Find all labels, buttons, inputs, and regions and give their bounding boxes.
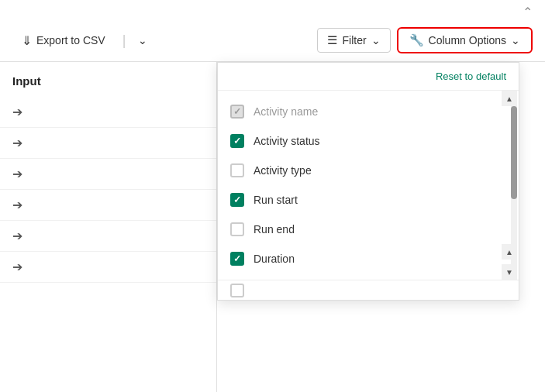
chevron-down-icon: ⌄ — [138, 34, 147, 46]
run-start-label: Run start — [254, 194, 298, 206]
activity-type-label: Activity type — [254, 164, 312, 177]
filter-chevron-icon: ⌄ — [371, 34, 381, 46]
column-options-chevron-icon: ⌄ — [511, 34, 520, 46]
list-item[interactable]: ➔ — [0, 190, 216, 221]
arrow-right-icon: ➔ — [12, 105, 22, 119]
export-label: Export to CSV — [36, 34, 105, 46]
column-options-label: Column Options — [429, 34, 506, 46]
dropdown-header: Reset to default — [218, 63, 519, 91]
column-options-icon: 🔧 — [409, 33, 424, 47]
list-item[interactable]: ➔ — [0, 128, 216, 159]
checkbox-run-start[interactable] — [230, 193, 244, 207]
list-item[interactable]: ➔ — [0, 159, 216, 190]
export-divider: | — [121, 33, 128, 49]
arrow-right-icon: ➔ — [12, 198, 22, 212]
list-item[interactable]: ➔ — [0, 97, 216, 128]
export-icon: ⇓ — [22, 33, 32, 48]
toolbar-right: ☰ Filter ⌄ 🔧 Column Options ⌄ — [317, 27, 533, 53]
checkbox-run-end[interactable] — [230, 222, 244, 236]
list-item[interactable]: ➔ — [0, 221, 216, 252]
checkbox-partial[interactable] — [230, 284, 244, 297]
filter-button[interactable]: ☰ Filter ⌄ — [317, 28, 390, 53]
left-panel: Input ➔ ➔ ➔ ➔ ➔ ➔ — [0, 62, 217, 392]
arrow-right-icon: ➔ — [12, 260, 22, 274]
column-option-run-start[interactable]: Run start — [218, 185, 519, 215]
column-option-activity-status[interactable]: Activity status — [218, 126, 519, 156]
arrow-right-icon: ➔ — [12, 136, 22, 150]
dropdown-list: Activity name Activity status Activity t… — [218, 91, 519, 280]
activity-status-label: Activity status — [254, 135, 320, 147]
checkbox-activity-name[interactable] — [230, 105, 244, 119]
checkbox-activity-type[interactable] — [230, 163, 244, 177]
checkbox-activity-status[interactable] — [230, 134, 244, 148]
export-csv-button[interactable]: ⇓ Export to CSV — [12, 29, 115, 53]
toolbar: ⇓ Export to CSV | ⌄ ☰ Filter ⌄ 🔧 Column … — [0, 19, 545, 62]
activity-name-label: Activity name — [254, 105, 318, 118]
column-options-panel: Reset to default Activity name Activity … — [217, 62, 519, 301]
reset-to-default-link[interactable]: Reset to default — [436, 70, 506, 82]
checkbox-duration[interactable] — [230, 252, 244, 266]
column-option-activity-name[interactable]: Activity name — [218, 97, 519, 126]
column-options-button[interactable]: 🔧 Column Options ⌄ — [397, 27, 533, 53]
list-item[interactable]: ➔ — [0, 252, 216, 283]
column-option-duration[interactable]: Duration — [218, 244, 519, 273]
scroll-up-button[interactable]: ▲ — [502, 91, 517, 106]
scroll-down-button[interactable]: ▼ — [502, 264, 517, 280]
run-end-label: Run end — [254, 223, 295, 236]
filter-icon: ☰ — [327, 33, 337, 47]
scroll-up-inner-button[interactable]: ▲ — [502, 244, 517, 260]
scrollbar-track: ▲ ▲ ▼ — [511, 91, 517, 280]
arrow-right-icon: ➔ — [12, 229, 22, 243]
main-area: Input ➔ ➔ ➔ ➔ ➔ ➔ Reset to default — [0, 62, 545, 392]
export-dropdown-button[interactable]: ⌄ — [133, 31, 152, 50]
column-option-run-end[interactable]: Run end — [218, 215, 519, 244]
column-option-activity-type[interactable]: Activity type — [218, 156, 519, 185]
duration-label: Duration — [254, 253, 295, 265]
chevron-up-icon[interactable]: ⌃ — [523, 5, 533, 19]
filter-label: Filter — [342, 34, 366, 46]
left-panel-header: Input — [0, 74, 216, 97]
arrow-right-icon: ➔ — [12, 167, 22, 181]
scrollbar-thumb[interactable] — [511, 106, 517, 199]
